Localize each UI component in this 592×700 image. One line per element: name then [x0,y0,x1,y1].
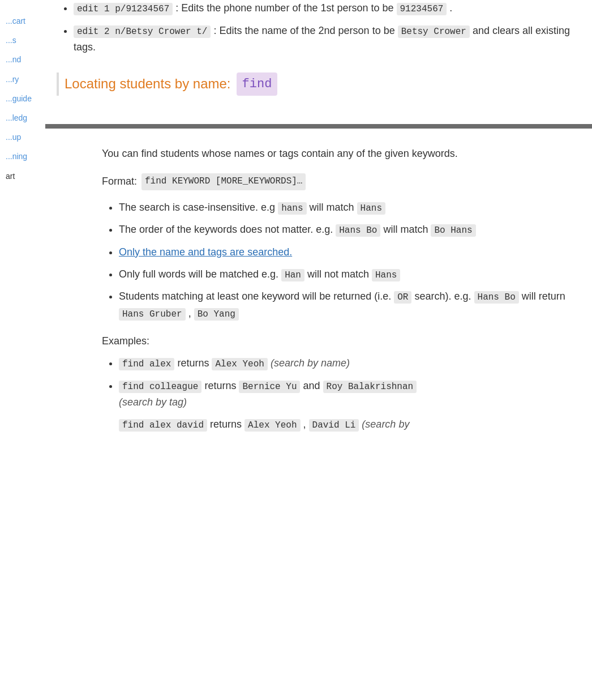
top-bullet-1-text1: : Edits the phone number of the 1st pers… [175,2,396,14]
main-content: edit 1 p/91234567 : Edits the phone numb… [45,0,592,700]
intro-text: You can find students whose names or tag… [102,146,581,162]
top-section: edit 1 p/91234567 : Edits the phone numb… [45,0,592,118]
rule-4-text1: Only full words will be matched e.g. [119,268,281,280]
top-bullet-1-text2: . [449,2,452,14]
format-label: Format: [102,173,137,190]
example-2-code: find colleague [119,381,201,393]
rule-1-text2: will match [310,202,357,213]
rule-1: The search is case-insensitive. e.g hans… [119,199,581,216]
rule-4-text2: will not match [307,268,372,280]
rule-5-code1: OR [394,291,411,304]
example-2-and: and [303,380,323,391]
rule-5-code2: Hans Bo [474,291,519,304]
example-1: find alex returns Alex Yeoh (search by n… [119,355,581,372]
top-bullet-list: edit 1 p/91234567 : Edits the phone numb… [57,0,581,56]
format-line: Format: find KEYWORD [MORE_KEYWORDS]… [102,173,581,190]
sidebar-item-s[interactable]: ...s [0,31,45,50]
example-1-tag: (search by name) [271,357,350,369]
top-bullet-2: edit 2 n/Betsy Crower t/ : Edits the nam… [74,23,581,56]
bottom-section: You can find students whose names or tag… [45,134,592,450]
example-2-returns: returns [204,380,239,391]
top-bullet-1: edit 1 p/91234567 : Edits the phone numb… [74,0,581,17]
rule-5-text1: Students matching at least one keyword w… [119,291,394,302]
code-phone: 91234567 [397,3,447,15]
example-3-comma: , [303,419,309,430]
sidebar-item-art[interactable]: art [0,167,45,186]
example-2-result2: Roy Balakrishnan [323,381,417,393]
rule-1-code1: hans [278,202,306,215]
example-3: find alex david returns Alex Yeoh , Davi… [119,416,581,433]
example-2: find colleague returns Bernice Yu and Ro… [119,378,581,411]
code-edit1: edit 1 p/91234567 [74,3,173,15]
top-bullet-2-text1: : Edits the name of the 2nd person to be [213,25,397,36]
code-betsy: Betsy Crower [398,25,470,38]
section-divider [45,124,592,129]
rule-5: Students matching at least one keyword w… [119,288,581,322]
example-1-code: find alex [119,358,174,370]
examples-list: find alex returns Alex Yeoh (search by n… [102,355,581,433]
rule-3-highlight: Only the name and tags are searched. [119,246,292,258]
rules-list: The search is case-insensitive. e.g hans… [102,199,581,322]
example-3-tag: (search by [362,419,409,430]
section-heading-text: Locating students by name: [65,73,231,95]
rule-1-code2: Hans [357,202,385,215]
sidebar-item-ry[interactable]: ...ry [0,70,45,89]
format-code: find KEYWORD [MORE_KEYWORDS]… [141,173,306,190]
section-heading-find: Locating students by name: find [65,72,581,96]
rule-2-code2: Bo Hans [431,224,475,237]
sidebar-item-cart[interactable]: ...cart [0,11,45,31]
rule-4-code2: Hans [372,269,400,281]
sidebar-item-up[interactable]: ...up [0,127,45,147]
rule-2-text1: The order of the keywords does not matte… [119,224,336,235]
rule-5-text3: will return [522,291,565,302]
examples-heading: Examples: [102,333,581,349]
rule-2-code1: Hans Bo [336,224,380,237]
section-heading-code: find [237,72,278,96]
example-3-code: find alex david [119,419,207,432]
example-3-returns: returns [210,419,244,430]
rule-5-text2: search). e.g. [414,291,474,302]
rule-1-text1: The search is case-insensitive. e.g [119,202,278,213]
example-2-result1: Bernice Yu [239,381,300,393]
sidebar: ...cart ...s ...nd ...ry ...guide ...led… [0,0,45,700]
rule-5-text4: , [188,308,194,319]
sidebar-item-nd[interactable]: ...nd [0,50,45,69]
example-2-tag: (search by tag) [119,396,187,408]
rule-4-code1: Han [281,269,304,281]
rule-5-code4: Bo Yang [194,308,239,321]
example-3-result2: David Li [309,419,359,432]
rule-4: Only full words will be matched e.g. Han… [119,266,581,283]
rule-3: Only the name and tags are searched. [119,244,581,261]
rule-5-code3: Hans Gruber [119,308,186,321]
example-1-returns: returns [177,357,212,369]
sidebar-item-ledg[interactable]: ...ledg [0,108,45,127]
rule-2: The order of the keywords does not matte… [119,221,581,238]
sidebar-item-ning[interactable]: ...ning [0,147,45,166]
sidebar-item-guide[interactable]: ...guide [0,89,45,108]
example-1-result: Alex Yeoh [212,358,267,370]
code-edit2: edit 2 n/Betsy Crower t/ [74,25,211,38]
example-3-result1: Alex Yeoh [244,419,300,432]
rule-2-text2: will match [383,224,431,235]
